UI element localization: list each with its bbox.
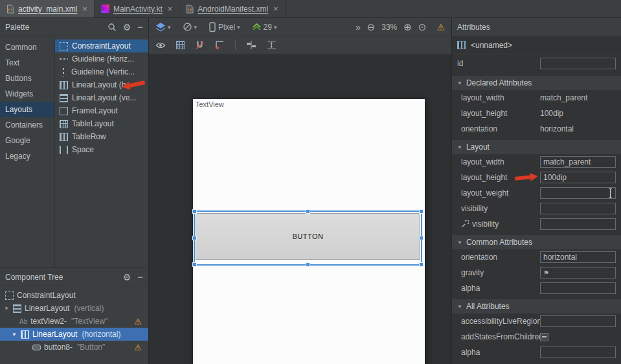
section-all-attributes[interactable]: ▼ All Attributes <box>452 299 621 313</box>
palette: Common Text Buttons Widgets Layouts Cont… <box>0 36 148 268</box>
warning-icon[interactable]: ⚠ <box>134 317 142 326</box>
palette-category-buttons[interactable]: Buttons <box>0 71 54 86</box>
close-icon[interactable]: × <box>168 4 173 14</box>
tab-activity-main-xml[interactable]: activity_main.xml × <box>0 0 95 17</box>
resize-handle[interactable] <box>192 236 197 240</box>
blueprint-grid-icon[interactable] <box>176 41 185 49</box>
tab-label: activity_main.xml <box>18 5 77 14</box>
expand-caret-icon[interactable]: ▼ <box>12 332 17 337</box>
view-options-eye-icon[interactable] <box>155 41 166 50</box>
layout-height-field[interactable]: 100dip <box>540 172 616 183</box>
zoom-in-icon[interactable]: ⊕ <box>403 22 412 32</box>
gear-icon[interactable]: ⚙ <box>123 23 131 32</box>
palette-item-linearlayout-horizontal[interactable]: LinearLayout (h... <box>55 78 148 91</box>
attr-label: addStatesFromChildren <box>461 332 540 341</box>
attr-label: orientation <box>461 124 540 133</box>
align-icon[interactable] <box>246 40 256 50</box>
device-selector[interactable]: Pixel ▾ <box>209 22 240 32</box>
api-level-selector[interactable]: 29 ▾ <box>252 23 277 32</box>
tree-item-linearlayout-vertical[interactable]: ▼ LinearLayout (vertical) <box>0 302 148 315</box>
id-field[interactable] <box>540 58 616 69</box>
toolbar-overflow-icon[interactable]: » <box>356 23 361 32</box>
section-common-attributes[interactable]: ▼ Common Attributes <box>452 235 621 249</box>
attributes-title: Attributes <box>457 23 490 32</box>
attributes-panel: Attributes <unnamed> id ▼ Declared Attri… <box>451 18 621 364</box>
device-name: Pixel <box>218 23 235 32</box>
selected-linearlayout[interactable]: BUTTON <box>194 210 422 266</box>
attributes-header: Attributes <box>452 18 621 36</box>
palette-category-legacy[interactable]: Legacy <box>0 148 54 164</box>
accessibilityliveregion-field[interactable] <box>540 315 616 327</box>
palette-category-google[interactable]: Google <box>0 133 54 148</box>
gravity-field[interactable]: ⚑ <box>540 267 616 279</box>
tree-item-suffix: "Button" <box>77 343 105 352</box>
attr-label: layout_width <box>461 93 540 102</box>
expand-caret-icon[interactable]: ▼ <box>4 306 10 312</box>
device-screen[interactable]: TextView BUTTON <box>193 99 425 364</box>
resize-handle[interactable] <box>419 209 423 214</box>
resize-handle[interactable] <box>306 262 310 267</box>
layout-weight-field[interactable] <box>540 187 616 199</box>
section-layout[interactable]: ▼ Layout <box>452 140 621 154</box>
palette-item-space[interactable]: Space <box>55 143 148 156</box>
zoom-to-fit-icon[interactable]: ⊙ <box>418 22 427 32</box>
theme-selector[interactable]: ▾ <box>183 22 198 32</box>
zoom-out-icon[interactable]: ⊖ <box>367 22 376 32</box>
resize-handle[interactable] <box>192 262 197 267</box>
tools-visibility-field[interactable] <box>540 218 616 230</box>
resize-handle[interactable] <box>419 236 423 240</box>
alpha-all-field[interactable] <box>540 347 616 358</box>
layout-width-field[interactable]: match_parent <box>540 156 616 168</box>
autoconnect-magnet-icon[interactable] <box>195 40 205 50</box>
warning-icon[interactable]: ⚠ <box>436 22 445 32</box>
gear-icon[interactable]: ⚙ <box>123 273 131 282</box>
tab-mainactivity-kt[interactable]: MainActivity.kt × <box>95 0 179 17</box>
canvas-button[interactable]: BUTTON <box>196 213 420 260</box>
resize-handle[interactable] <box>419 262 423 267</box>
addstatesfromchildren-checkbox[interactable] <box>540 333 548 341</box>
tree-item-linearlayout-horizontal[interactable]: ▼ LinearLayout (horizontal) <box>0 328 148 341</box>
warning-icon[interactable]: ⚠ <box>134 343 142 352</box>
attr-value[interactable]: horizontal <box>540 124 616 133</box>
palette-category-layouts[interactable]: Layouts <box>0 102 54 117</box>
palette-category-containers[interactable]: Containers <box>0 117 54 133</box>
canvas-textview[interactable]: TextView <box>196 100 224 108</box>
button-icon <box>32 345 41 350</box>
toolbar-divider <box>235 40 236 51</box>
palette-category-common[interactable]: Common <box>0 40 54 55</box>
tree-item-textview2[interactable]: Ab textView2- "TextView" ⚠ <box>0 315 148 328</box>
search-icon[interactable] <box>107 23 117 32</box>
palette-item-constraintlayout[interactable]: ConstraintLayout <box>55 40 148 52</box>
attr-row-layout-width-declared: layout_width match_parent <box>452 90 621 106</box>
expand-vertically-icon[interactable] <box>267 40 277 50</box>
close-icon[interactable]: × <box>82 4 87 14</box>
tree-item-constraintlayout[interactable]: ConstraintLayout <box>0 289 148 302</box>
palette-item-tablerow[interactable]: TableRow <box>55 130 148 143</box>
palette-category-widgets[interactable]: Widgets <box>0 86 54 102</box>
design-canvas[interactable]: TextView BUTTON <box>149 54 451 364</box>
design-surface-selector[interactable]: ▾ <box>155 22 171 32</box>
visibility-field[interactable] <box>540 203 616 214</box>
palette-item-linearlayout-vertical[interactable]: LinearLayout (ve... <box>55 91 148 104</box>
layers-icon <box>155 22 166 32</box>
orientation-field[interactable]: horizontal <box>540 251 616 263</box>
hide-panel-icon[interactable]: − <box>137 272 143 282</box>
attr-value[interactable]: match_parent <box>540 93 616 102</box>
hide-panel-icon[interactable]: − <box>137 22 143 32</box>
zoom-level[interactable]: 33% <box>381 23 397 32</box>
resize-handle[interactable] <box>192 209 197 214</box>
palette-category-text[interactable]: Text <box>0 55 54 71</box>
close-icon[interactable]: × <box>273 4 278 14</box>
palette-item-guideline-horizontal[interactable]: Guideline (Horiz... <box>55 52 148 65</box>
tab-androidmanifest-xml[interactable]: AndroidManifest.xml × <box>179 0 285 17</box>
tree-item-button8[interactable]: button8- "Button" ⚠ <box>0 341 148 354</box>
palette-item-framelayout[interactable]: FrameLayout <box>55 104 148 117</box>
default-margins-icon[interactable] <box>215 40 225 50</box>
palette-item-guideline-vertical[interactable]: Guideline (Vertic... <box>55 65 148 78</box>
attr-label: alpha <box>461 348 540 357</box>
palette-item-tablelayout[interactable]: TableLayout <box>55 117 148 130</box>
alpha-field[interactable] <box>540 282 616 294</box>
attr-value[interactable]: 100dip <box>540 109 616 118</box>
resize-handle[interactable] <box>306 209 310 214</box>
section-declared-attributes[interactable]: ▼ Declared Attributes <box>452 76 621 90</box>
